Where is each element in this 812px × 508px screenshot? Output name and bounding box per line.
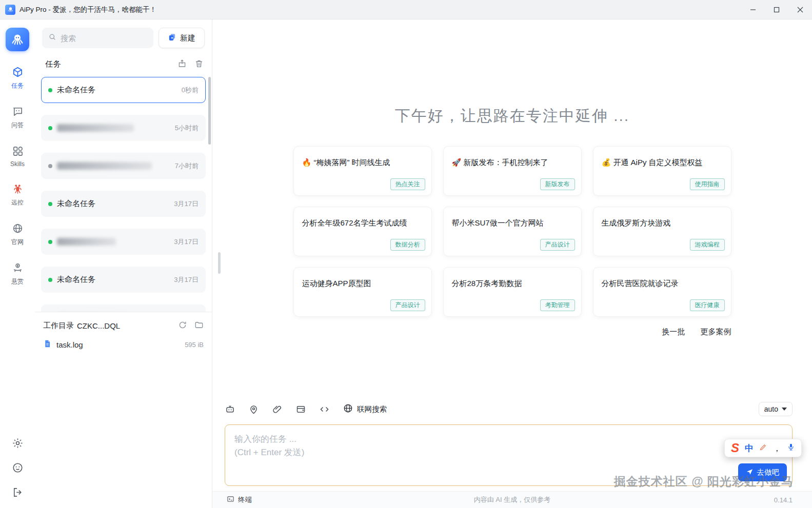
example-card[interactable]: 🚀 新版发布：手机控制来了 新版发布: [443, 146, 582, 196]
task-item[interactable]: 7小时前: [41, 153, 206, 179]
card-title: 🔥 “梅姨落网” 时间线生成: [302, 157, 423, 168]
task-item[interactable]: 5小时前: [41, 115, 206, 141]
sidebar-item-tasks[interactable]: 任务: [0, 58, 35, 98]
close-button[interactable]: [788, 0, 812, 19]
example-card[interactable]: 生成俄罗斯方块游戏 游戏编程: [593, 207, 731, 256]
model-selector[interactable]: auto: [759, 402, 793, 416]
card-tag: 数据分析: [390, 239, 425, 251]
task-item[interactable]: 未命名任务 0秒前: [41, 77, 206, 103]
workdir-label: 工作目录: [43, 321, 74, 331]
card-title: 分析28万条考勤数据: [452, 278, 573, 289]
task-item[interactable]: 未命名任务 3月17日: [41, 267, 206, 293]
go-do-it-button[interactable]: 去做吧: [738, 463, 787, 481]
refresh-icon[interactable]: [178, 320, 187, 331]
left-rail: 任务 问答 Skills 远控 官网: [0, 19, 35, 508]
chat-bubble-icon: [12, 106, 24, 119]
file-row[interactable]: task.log 595 iB: [43, 339, 204, 350]
app-logo[interactable]: [6, 28, 29, 51]
input-placeholder-line1: 输入你的任务 ...: [234, 433, 783, 446]
example-card[interactable]: 分析民营医院就诊记录 医疗健康: [593, 267, 731, 317]
task-list-scrollbar[interactable]: [208, 77, 211, 145]
sidebar-item-remote[interactable]: 远控: [0, 175, 35, 215]
status-dot-gray: [48, 164, 52, 168]
settings-button[interactable]: [12, 437, 24, 451]
code-icon[interactable]: [319, 404, 330, 415]
task-item-partial[interactable]: [41, 304, 206, 312]
sidebar-item-label: 任务: [11, 82, 24, 90]
log-file-icon: [43, 339, 52, 350]
example-card[interactable]: 帮小米SU7做一个官方网站 产品设计: [443, 207, 582, 256]
card-tag: 新版发布: [540, 178, 575, 190]
attach-icon[interactable]: [272, 404, 283, 415]
task-input[interactable]: 输入你的任务 ... (Ctrl + Enter 发送) 去做吧: [225, 424, 793, 486]
example-card[interactable]: 💰 开通 AiPy 自定义模型权益 使用指南: [593, 146, 731, 196]
globe-icon: [12, 222, 24, 236]
trash-icon[interactable]: [194, 59, 204, 70]
rail-bottom: [12, 437, 24, 500]
task-item[interactable]: 未命名任务 3月17日: [41, 191, 206, 217]
search-box[interactable]: [42, 28, 153, 48]
task-item[interactable]: 3月17日: [41, 229, 206, 255]
sidebar-item-bounty[interactable]: 悬赏: [0, 254, 35, 294]
card-title: 🚀 新版发布：手机控制来了: [452, 157, 573, 168]
sidebar-item-website[interactable]: 官网: [0, 215, 35, 254]
more-examples-link[interactable]: 更多案例: [701, 327, 731, 336]
task-panel: 新建 任务 未命名任务 0秒前 5小时前: [35, 19, 212, 508]
grid-icon: [12, 145, 24, 158]
status-dot-green: [48, 202, 52, 206]
sogou-ime-bar[interactable]: S 中 ，: [724, 439, 802, 457]
window-title: AiPy Pro - 爱派，您的干活牛马，啥都能干！: [19, 5, 156, 14]
card-tag: 热点关注: [390, 178, 425, 190]
ime-pen-icon[interactable]: [759, 443, 767, 453]
logout-button[interactable]: [12, 486, 24, 500]
web-search-toggle[interactable]: 联网搜索: [343, 403, 387, 415]
example-card[interactable]: 🔥 “梅姨落网” 时间线生成 热点关注: [293, 146, 432, 196]
sidebar-item-label: 悬赏: [11, 277, 24, 286]
globe-icon: [343, 403, 353, 415]
sogou-logo-icon[interactable]: S: [731, 442, 739, 454]
new-doc-icon: [168, 33, 176, 43]
microphone-icon[interactable]: [787, 443, 795, 453]
folder-icon[interactable]: [194, 320, 204, 331]
task-list: 未命名任务 0秒前 5小时前 7小时前 未命名任务 3月17日 3: [41, 77, 206, 312]
task-name-redacted: [57, 124, 134, 132]
send-icon: [746, 468, 754, 477]
sidebar-item-skills[interactable]: Skills: [0, 137, 35, 175]
workdir-path: CZKC...DQL: [77, 321, 120, 330]
panel-splitter-handle[interactable]: [218, 252, 221, 274]
card-title: 分析民营医院就诊记录: [602, 278, 723, 289]
example-card[interactable]: 分析全年级672名学生考试成绩 数据分析: [293, 207, 432, 256]
ime-punct-toggle[interactable]: ，: [773, 442, 781, 454]
task-name: 未命名任务: [57, 85, 177, 95]
example-card[interactable]: 分析28万条考勤数据 考勤管理: [443, 267, 582, 317]
task-name: 未命名任务: [57, 199, 169, 209]
status-dot-green: [48, 88, 52, 92]
template-card-icon[interactable]: [295, 404, 306, 415]
sidebar-item-label: 远控: [11, 198, 24, 207]
minimize-button[interactable]: [741, 0, 765, 19]
task-time: 3月17日: [174, 199, 199, 209]
task-name-redacted: [57, 162, 152, 170]
task-time: 3月17日: [174, 237, 199, 247]
file-size: 595 iB: [185, 341, 204, 349]
search-input[interactable]: [61, 34, 147, 43]
maximize-button[interactable]: [765, 0, 788, 19]
card-tag: 游戏编程: [690, 239, 725, 251]
task-time: 7小时前: [175, 161, 199, 171]
example-cards-grid: 🔥 “梅姨落网” 时间线生成 热点关注 🚀 新版发布：手机控制来了 新版发布 💰…: [293, 146, 731, 317]
new-task-button[interactable]: 新建: [159, 28, 205, 48]
refresh-examples-link[interactable]: 换一批: [662, 327, 685, 336]
input-placeholder-line2: (Ctrl + Enter 发送): [234, 446, 783, 459]
hand-coin-icon: [12, 262, 24, 275]
task-time: 5小时前: [175, 124, 199, 133]
export-tasks-button[interactable]: [177, 59, 187, 70]
ime-language-toggle[interactable]: 中: [745, 442, 754, 454]
ai-notice: 内容由 AI 生成，仅供参考: [212, 495, 812, 504]
location-icon[interactable]: [248, 404, 259, 415]
account-button[interactable]: [12, 462, 24, 475]
app-logo-icon: [5, 5, 15, 15]
new-task-label: 新建: [180, 33, 195, 43]
example-card[interactable]: 运动健身APP原型图 产品设计: [293, 267, 432, 317]
sidebar-item-qa[interactable]: 问答: [0, 98, 35, 137]
robot-icon[interactable]: [225, 404, 235, 415]
